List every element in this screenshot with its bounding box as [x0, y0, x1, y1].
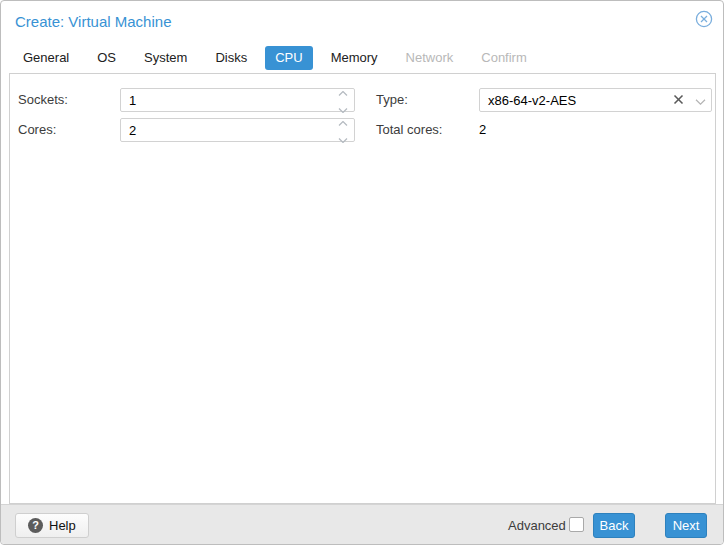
x-clear-icon	[673, 93, 684, 108]
combo-dropdown-button[interactable]	[689, 89, 711, 111]
total-cores-value: 2	[479, 118, 486, 142]
tab-memory[interactable]: Memory	[317, 46, 392, 70]
back-button[interactable]: Back	[593, 513, 635, 538]
dialog-footer: ? Help Advanced Back Next	[1, 504, 723, 544]
tab-disks[interactable]: Disks	[201, 46, 261, 70]
tab-system[interactable]: System	[130, 46, 201, 70]
chevron-up-icon	[338, 114, 348, 129]
tab-network: Network	[392, 46, 468, 70]
sockets-label: Sockets:	[18, 88, 68, 112]
tab-os[interactable]: OS	[83, 46, 130, 70]
sockets-spinner[interactable]: 1	[120, 88, 355, 112]
question-mark-icon: ?	[28, 518, 43, 533]
close-button[interactable]	[695, 12, 713, 30]
wizard-tabbar: General OS System Disks CPU Memory Netwo…	[9, 45, 541, 71]
cpu-form-panel: Sockets: 1 Cores: 2 Type: x86-64-v2-AES	[9, 73, 716, 504]
create-vm-dialog: Create: Virtual Machine General OS Syste…	[0, 0, 724, 545]
cpu-type-value: x86-64-v2-AES	[488, 93, 667, 108]
cpu-type-combo[interactable]: x86-64-v2-AES	[479, 88, 712, 112]
help-button-label: Help	[49, 518, 76, 533]
cores-spin-buttons[interactable]	[332, 119, 354, 141]
chevron-down-icon	[338, 131, 348, 146]
cores-label: Cores:	[18, 118, 56, 142]
cores-spinner[interactable]: 2	[120, 118, 355, 142]
advanced-checkbox[interactable]	[569, 517, 584, 532]
type-label: Type:	[376, 88, 408, 112]
circle-x-icon	[695, 10, 713, 32]
sockets-value: 1	[129, 93, 332, 108]
tab-confirm: Confirm	[467, 46, 541, 70]
tab-cpu[interactable]: CPU	[265, 46, 312, 70]
clear-value-button[interactable]	[667, 89, 689, 111]
cores-value: 2	[129, 123, 332, 138]
next-button[interactable]: Next	[665, 513, 707, 538]
tab-general[interactable]: General	[9, 46, 83, 70]
chevron-down-icon	[695, 93, 706, 108]
advanced-label: Advanced	[508, 518, 566, 533]
dialog-title: Create: Virtual Machine	[15, 13, 171, 30]
chevron-up-icon	[338, 84, 348, 99]
total-cores-label: Total cores:	[376, 118, 442, 142]
sockets-spin-buttons[interactable]	[332, 89, 354, 111]
help-button[interactable]: ? Help	[15, 513, 89, 538]
